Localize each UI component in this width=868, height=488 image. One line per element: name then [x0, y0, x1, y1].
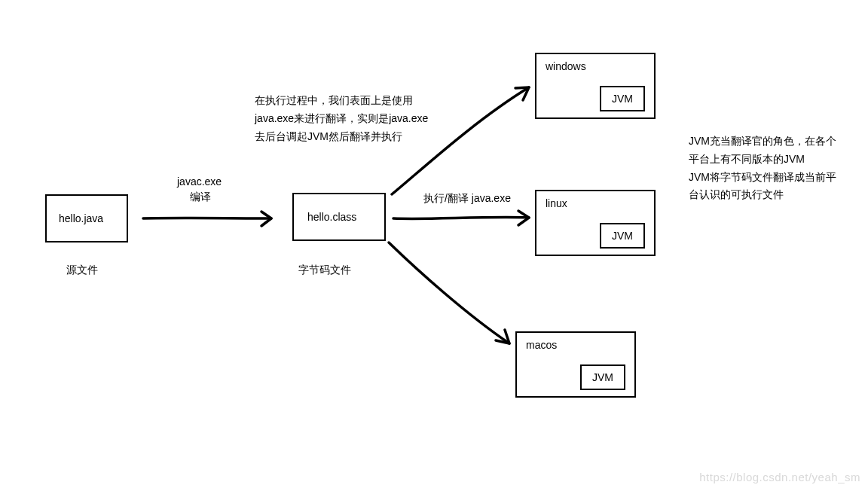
- platform-windows-label: windows: [546, 60, 586, 72]
- platform-macos-jvm-label: JVM: [592, 371, 613, 383]
- platform-windows-jvm-box: JVM: [600, 86, 645, 111]
- arrow-to-macos-head: [496, 330, 509, 343]
- platform-windows-jvm-label: JVM: [612, 93, 633, 105]
- platform-linux-jvm-box: JVM: [600, 223, 645, 249]
- exec-note-line3: 去后台调起JVM然后翻译并执行: [255, 128, 428, 146]
- platform-windows-box: windows JVM: [535, 53, 656, 119]
- bytecode-file-caption: 字节码文件: [298, 261, 351, 279]
- arrow-to-windows-head: [515, 87, 529, 100]
- exec-note-line1: 在执行过程中，我们表面上是使用: [255, 92, 428, 110]
- platform-linux-jvm-label: JVM: [612, 230, 633, 242]
- arrow-to-macos: [389, 242, 509, 343]
- platform-macos-jvm-box: JVM: [580, 364, 625, 390]
- platform-macos-box: macos JVM: [515, 331, 636, 398]
- jvm-note-line1: JVM充当翻译官的角色，在各个: [689, 133, 836, 151]
- exec-note-line2: java.exe来进行翻译，实则是java.exe: [255, 110, 428, 128]
- jvm-note-line3: JVM将字节码文件翻译成当前平: [689, 169, 836, 187]
- arrow-to-linux: [393, 218, 529, 219]
- jvm-note-line2: 平台上有不同版本的JVM: [689, 151, 836, 169]
- source-file-label: hello.java: [59, 212, 103, 224]
- arrows-layer: [0, 0, 868, 488]
- source-file-box: hello.java: [45, 194, 128, 242]
- jvm-note: JVM充当翻译官的角色，在各个 平台上有不同版本的JVM JVM将字节码文件翻译…: [689, 133, 836, 204]
- exec-note: 在执行过程中，我们表面上是使用 java.exe来进行翻译，实则是java.ex…: [255, 92, 428, 145]
- bytecode-file-label: hello.class: [307, 211, 356, 223]
- watermark: https://blog.csdn.net/yeah_sm: [699, 471, 860, 483]
- arrow-to-linux-head: [518, 211, 529, 225]
- platform-linux-box: linux JVM: [535, 190, 656, 256]
- arrow-compile-head: [261, 212, 271, 226]
- compile-action-label: 编译: [190, 188, 211, 206]
- platform-linux-label: linux: [546, 197, 567, 209]
- source-file-caption: 源文件: [66, 261, 98, 279]
- bytecode-file-box: hello.class: [292, 193, 386, 241]
- jvm-note-line4: 台认识的可执行文件: [689, 186, 836, 204]
- exec-translate-label: 执行/翻译 java.exe: [423, 190, 511, 208]
- platform-macos-label: macos: [526, 339, 557, 351]
